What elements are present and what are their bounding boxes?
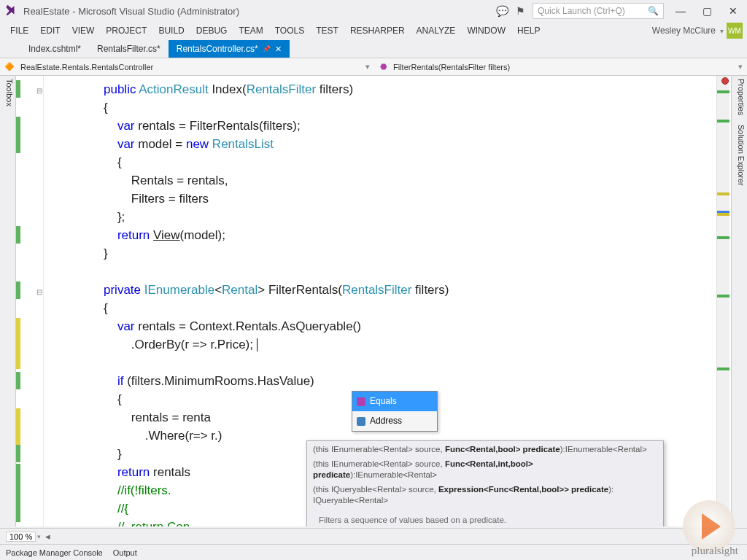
close-tab-icon[interactable]: ✕ (275, 44, 282, 54)
right-panel-tabs: Properties Solution Explorer (731, 76, 747, 526)
chevron-down-icon: ▾ (738, 62, 743, 71)
code-editor[interactable]: ⊟ ⊟ public ActionResult Index(RentalsFil… (16, 76, 747, 526)
toolbox-panel-tab[interactable]: Toolbox (0, 76, 16, 526)
member-dropdown-label: FilterRentals(RentalsFilter filters) (393, 63, 510, 71)
sig-overload[interactable]: (this IEnumerable<Rental> source, Func<R… (307, 443, 663, 457)
intellisense-item[interactable]: Equals (352, 392, 437, 411)
menu-resharper[interactable]: RESHARPER (344, 26, 411, 36)
menu-edit[interactable]: EDIT (34, 26, 66, 36)
tab-rentalsfilter[interactable]: RentalsFilter.cs* (89, 40, 169, 58)
user-avatar[interactable]: WM (727, 23, 743, 39)
menu-test[interactable]: TEST (310, 26, 344, 36)
sig-desc-text: Filters a sequence of values based on a … (319, 516, 506, 524)
tab-label: RentalsController.cs* (177, 44, 258, 54)
member-dropdown[interactable]: FilterRentals(RentalsFilter filters) (390, 63, 735, 71)
properties-panel-tab[interactable]: Properties (737, 79, 746, 115)
menu-help[interactable]: HELP (511, 26, 546, 36)
editor-status-bar: 100 % ▾ ◂ (0, 528, 747, 544)
play-icon (702, 513, 721, 540)
menu-bar: FILE EDIT VIEW PROJECT BUILD DEBUG TEAM … (0, 22, 747, 39)
quick-launch-input[interactable]: Quick Launch (Ctrl+Q) 🔍 (533, 3, 664, 19)
navigation-bar: 🔶 RealEstate.Rentals.RentalsController ▾… (0, 58, 747, 76)
scroll-map[interactable] (716, 76, 729, 526)
tab-output[interactable]: Output (113, 548, 137, 557)
tab-rentalscontroller[interactable]: RentalsController.cs* 📌 ✕ (169, 40, 290, 58)
sig-overload[interactable]: (this IQueryable<Rental> source, Express… (307, 483, 663, 508)
intellisense-label: Address (370, 412, 402, 430)
menu-tools[interactable]: TOOLS (269, 26, 310, 36)
vs-logo-icon (4, 4, 18, 18)
scroll-left-icon[interactable]: ◂ (45, 531, 50, 542)
tab-label: RentalsFilter.cs* (97, 44, 160, 54)
user-name[interactable]: Wesley McClure (648, 26, 720, 36)
zoom-level[interactable]: 100 % (6, 532, 36, 542)
type-dropdown-label: RealEstate.Rentals.RentalsController (20, 63, 153, 71)
bottom-tool-tabs: Package Manager Console Output (0, 544, 747, 560)
error-indicator-icon (721, 77, 729, 85)
menu-file[interactable]: FILE (4, 26, 34, 36)
menu-team[interactable]: TEAM (233, 26, 268, 36)
intellisense-item[interactable]: Address (352, 411, 437, 431)
window-title: RealEstate - Microsoft Visual Studio (Ad… (23, 6, 496, 17)
method-icon (357, 397, 365, 406)
pin-icon[interactable]: 📌 (263, 45, 271, 52)
quick-launch-placeholder: Quick Launch (Ctrl+Q) (538, 6, 625, 16)
document-tab-bar: Index.cshtml* RentalsFilter.cs* RentalsC… (0, 39, 747, 58)
feedback-icon[interactable]: 💬 (496, 5, 508, 17)
menu-debug[interactable]: DEBUG (190, 26, 233, 36)
menu-analyze[interactable]: ANALYZE (411, 26, 462, 36)
menu-view[interactable]: VIEW (66, 26, 101, 36)
property-icon (357, 417, 365, 426)
class-icon: 🔶 (4, 62, 15, 71)
tab-index[interactable]: Index.cshtml* (20, 40, 89, 58)
fold-icon[interactable]: ⊟ (36, 283, 42, 301)
editor-area: Toolbox ⊟ ⊟ public ActionResult Index(Re… (0, 76, 747, 526)
gutter: ⊟ ⊟ (16, 76, 44, 526)
sig-description: Filters a sequence of values based on a … (307, 508, 663, 526)
fold-icon[interactable]: ⊟ (36, 82, 42, 100)
method-icon: ⬣ (380, 62, 387, 71)
intellisense-popup: Equals Address (352, 391, 438, 432)
type-dropdown[interactable]: RealEstate.Rentals.RentalsController (18, 63, 363, 71)
tab-package-manager[interactable]: Package Manager Console (6, 548, 103, 557)
flag-icon[interactable]: ⚑ (516, 5, 525, 17)
signature-help-popup: (this IEnumerable<Rental> source, Func<R… (306, 440, 664, 526)
maximize-button[interactable]: ▢ (697, 4, 716, 18)
solution-explorer-panel-tab[interactable]: Solution Explorer (737, 125, 746, 186)
sig-overload[interactable]: (this IEnumerable<Rental> source, Func<R… (307, 457, 663, 483)
menu-window[interactable]: WINDOW (461, 26, 511, 36)
menu-project[interactable]: PROJECT (100, 26, 152, 36)
tab-label: Index.cshtml* (28, 44, 81, 54)
close-button[interactable]: ✕ (724, 4, 743, 18)
minimize-button[interactable]: — (671, 4, 690, 18)
chevron-down-icon: ▾ (365, 62, 370, 71)
intellisense-label: Equals (370, 392, 397, 411)
brand-label: pluralsight (692, 545, 738, 557)
search-icon: 🔍 (648, 6, 659, 16)
title-bar: RealEstate - Microsoft Visual Studio (Ad… (0, 0, 747, 22)
menu-build[interactable]: BUILD (152, 26, 190, 36)
